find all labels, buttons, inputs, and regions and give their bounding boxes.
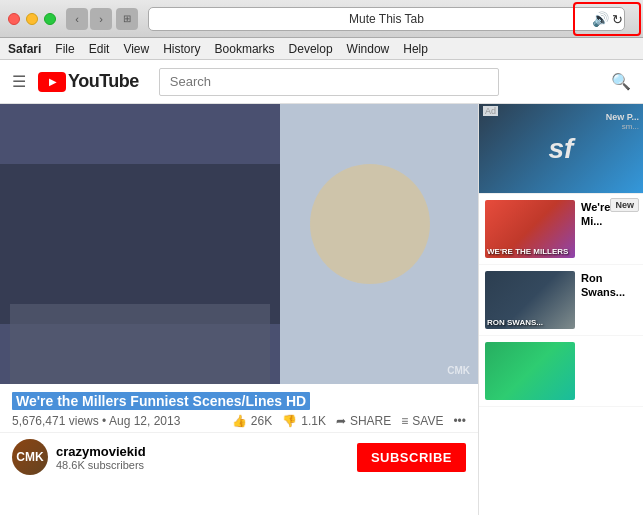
speaker-controls-highlight: 🔊 ↻ <box>573 2 641 36</box>
upload-date: Aug 12, 2013 <box>109 414 180 428</box>
hamburger-menu[interactable]: ☰ <box>12 72 26 91</box>
thumbs-down-icon: 👎 <box>282 414 297 428</box>
avatar-text: CMK <box>16 450 43 464</box>
menu-bookmarks[interactable]: Bookmarks <box>215 42 275 56</box>
tab-overview-button[interactable]: ⊞ <box>116 8 138 30</box>
video-meta: Ron Swans... <box>581 271 637 329</box>
back-button[interactable]: ‹ <box>66 8 88 30</box>
menu-help[interactable]: Help <box>403 42 428 56</box>
video-stats: 5,676,471 views • Aug 12, 2013 👍 26K 👎 1… <box>12 414 466 428</box>
video-watermark: CMK <box>447 365 470 376</box>
search-input[interactable] <box>159 68 499 96</box>
subscribe-button[interactable]: SUBSCRIBE <box>357 443 466 472</box>
new-badge: New <box>610 198 639 212</box>
video-info: We're the Millers Funniest Scenes/Lines … <box>0 384 478 432</box>
more-button[interactable]: ••• <box>453 414 466 428</box>
ad-sub-text: sm... <box>622 122 639 131</box>
speaker-icon[interactable]: 🔊 <box>592 11 609 27</box>
channel-row: CMK crazymoviekid 48.6K subscribers SUBS… <box>0 432 478 481</box>
forward-button[interactable]: › <box>90 8 112 30</box>
minimize-button[interactable] <box>26 13 38 25</box>
menu-file[interactable]: File <box>55 42 74 56</box>
video-frame <box>0 104 478 384</box>
video-player[interactable]: CMK <box>0 104 478 384</box>
maximize-button[interactable] <box>44 13 56 25</box>
more-icon: ••• <box>453 414 466 428</box>
thumb-text: RON SWANS... <box>487 318 543 327</box>
sidebar: sf Ad New P... sm... WE'RE THE MILLERS W… <box>478 104 643 515</box>
list-item[interactable] <box>479 336 643 407</box>
ad-logo-text: sf <box>549 133 574 165</box>
video-meta <box>581 342 637 400</box>
share-label: SHARE <box>350 414 391 428</box>
video-thumbnail: WE'RE THE MILLERS <box>485 200 575 258</box>
like-button[interactable]: 👍 26K <box>232 414 272 428</box>
menu-bar: Safari File Edit View History Bookmarks … <box>0 38 643 60</box>
youtube-logo-text: YouTube <box>68 71 139 92</box>
dislike-count: 1.1K <box>301 414 326 428</box>
stats-right: 👍 26K 👎 1.1K ➦ SHARE ≡ SAVE <box>232 414 466 428</box>
address-text: Mute This Tab <box>349 12 424 26</box>
thumbs-up-icon: 👍 <box>232 414 247 428</box>
video-thumbnail <box>485 342 575 400</box>
list-item[interactable]: RON SWANS... Ron Swans... <box>479 265 643 336</box>
dislike-button[interactable]: 👎 1.1K <box>282 414 326 428</box>
like-count: 26K <box>251 414 272 428</box>
sidebar-video-title: Ron Swans... <box>581 271 637 300</box>
video-title-bar: We're the Millers Funniest Scenes/Lines … <box>12 392 466 410</box>
view-count: 5,676,471 views <box>12 414 99 428</box>
menu-safari[interactable]: Safari <box>8 42 41 56</box>
channel-name[interactable]: crazymoviekid <box>56 444 357 459</box>
nav-arrows: ‹ › <box>66 8 112 30</box>
search-icon[interactable]: 🔍 <box>611 72 631 91</box>
video-section: CMK We're the Millers Funniest Scenes/Li… <box>0 104 478 515</box>
close-button[interactable] <box>8 13 20 25</box>
save-label: SAVE <box>412 414 443 428</box>
thumb-text: WE'RE THE MILLERS <box>487 247 568 256</box>
ad-label: Ad <box>483 106 498 116</box>
menu-edit[interactable]: Edit <box>89 42 110 56</box>
stats-left: 5,676,471 views • Aug 12, 2013 <box>12 414 224 428</box>
channel-avatar[interactable]: CMK <box>12 439 48 475</box>
video-thumbnail: RON SWANS... <box>485 271 575 329</box>
menu-develop[interactable]: Develop <box>289 42 333 56</box>
traffic-lights <box>8 13 56 25</box>
save-button[interactable]: ≡ SAVE <box>401 414 443 428</box>
address-bar[interactable]: Mute This Tab <box>148 7 625 31</box>
speaker-area: 🔊 ↻ <box>592 11 623 27</box>
ad-new-text: New P... <box>606 112 639 122</box>
channel-info: crazymoviekid 48.6K subscribers <box>56 444 357 471</box>
list-item[interactable]: WE'RE THE MILLERS We're the Mi... New <box>479 194 643 265</box>
menu-window[interactable]: Window <box>347 42 390 56</box>
youtube-header: ☰ YouTube 🔍 <box>0 60 643 104</box>
share-icon: ➦ <box>336 414 346 428</box>
sidebar-ad: sf Ad New P... sm... <box>479 104 643 194</box>
share-button[interactable]: ➦ SHARE <box>336 414 391 428</box>
title-bar: ‹ › ⊞ Mute This Tab 🔊 ↻ <box>0 0 643 38</box>
youtube-logo-icon <box>38 72 66 92</box>
reload-icon[interactable]: ↻ <box>612 12 623 27</box>
scene-overlay <box>0 104 478 384</box>
menu-view[interactable]: View <box>123 42 149 56</box>
main-content: CMK We're the Millers Funniest Scenes/Li… <box>0 104 643 515</box>
youtube-logo[interactable]: YouTube <box>38 71 139 92</box>
channel-subscribers: 48.6K subscribers <box>56 459 357 471</box>
menu-history[interactable]: History <box>163 42 200 56</box>
save-icon: ≡ <box>401 414 408 428</box>
video-title: We're the Millers Funniest Scenes/Lines … <box>12 392 310 410</box>
